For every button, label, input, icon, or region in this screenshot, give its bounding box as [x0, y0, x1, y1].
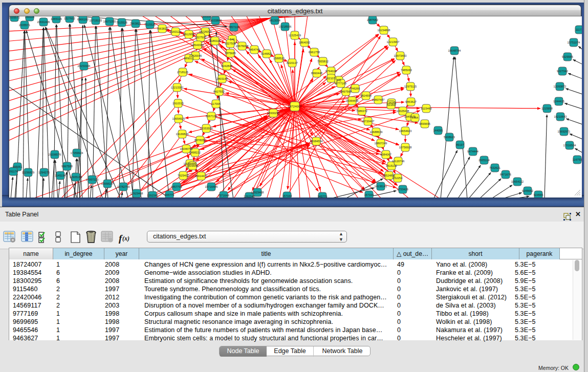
svg-text:945779: 945779	[165, 193, 175, 196]
svg-text:1588520: 1588520	[273, 57, 285, 60]
svg-text:19166829: 19166829	[176, 133, 189, 136]
svg-text:18724007: 18724007	[288, 104, 302, 108]
svg-text:17359924: 17359924	[71, 151, 83, 155]
svg-text:2718126: 2718126	[177, 71, 188, 74]
svg-text:9115460: 9115460	[421, 107, 431, 110]
svg-text:9084067: 9084067	[380, 153, 391, 156]
svg-text:10719155: 10719155	[90, 19, 102, 22]
svg-text:20206576: 20206576	[49, 153, 61, 156]
svg-text:9329965: 9329965	[562, 55, 573, 58]
svg-text:6794028: 6794028	[325, 70, 337, 73]
svg-text:89197: 89197	[456, 143, 464, 146]
svg-text:5938923: 5938923	[444, 136, 455, 139]
svg-text:17957225: 17957225	[86, 178, 99, 181]
svg-text:7632621: 7632621	[489, 166, 500, 169]
svg-text:935061: 935061	[13, 165, 23, 168]
svg-text:9327508: 9327508	[225, 42, 236, 45]
svg-text:20676068: 20676068	[236, 45, 249, 48]
svg-text:7515526: 7515526	[116, 21, 127, 24]
svg-text:12213967: 12213967	[387, 40, 400, 43]
svg-text:9997588: 9997588	[61, 165, 73, 168]
svg-text:20153346: 20153346	[78, 64, 91, 68]
svg-text:19654923: 19654923	[399, 129, 412, 133]
svg-text:9242845: 9242845	[221, 64, 232, 68]
svg-text:12923468: 12923468	[251, 191, 264, 194]
svg-text:8427552: 8427552	[213, 90, 225, 93]
svg-text:19218506: 19218506	[279, 25, 292, 28]
svg-text:2935114: 2935114	[478, 159, 489, 162]
svg-text:7857224: 7857224	[228, 26, 239, 29]
svg-text:15692971: 15692971	[558, 130, 571, 133]
svg-text:16648784: 16648784	[448, 49, 461, 52]
svg-text:18226058: 18226058	[199, 30, 212, 33]
svg-text:20364436: 20364436	[346, 99, 359, 102]
svg-text:9327500: 9327500	[195, 36, 206, 39]
svg-text:1609948: 1609948	[187, 164, 198, 167]
svg-text:2803144: 2803144	[216, 77, 228, 80]
svg-text:12093872: 12093872	[554, 85, 567, 88]
svg-text:10025438: 10025438	[397, 110, 409, 113]
svg-text:9777169: 9777169	[335, 82, 346, 85]
svg-text:2035571: 2035571	[9, 16, 20, 19]
svg-text:9474444: 9474444	[467, 150, 478, 153]
svg-text:1733426: 1733426	[397, 188, 408, 191]
svg-text:6497568: 6497568	[340, 90, 352, 93]
svg-text:1145194: 1145194	[55, 174, 66, 177]
svg-text:1864092: 1864092	[299, 41, 310, 44]
svg-text:14136141: 14136141	[375, 185, 387, 188]
svg-text:1292346: 1292346	[244, 195, 255, 198]
svg-text:10654925: 10654925	[172, 117, 185, 120]
svg-text:20691406: 20691406	[37, 20, 50, 24]
svg-text:11325419: 11325419	[289, 34, 301, 37]
svg-text:10958107: 10958107	[101, 182, 114, 185]
svg-text:1875685: 1875685	[225, 52, 236, 55]
svg-text:391174: 391174	[9, 170, 18, 173]
svg-text:2087682: 2087682	[367, 18, 378, 21]
svg-text:7663821: 7663821	[130, 22, 141, 25]
svg-text:8912954: 8912954	[183, 33, 194, 36]
svg-text:7663822: 7663822	[157, 27, 168, 30]
svg-text:157164: 157164	[364, 193, 374, 196]
svg-text:18807249: 18807249	[375, 142, 387, 145]
svg-text:62160: 62160	[387, 103, 395, 106]
svg-text:10756928: 10756928	[399, 146, 412, 149]
svg-text:1244415: 1244415	[553, 100, 564, 103]
svg-text:9463627: 9463627	[405, 100, 417, 103]
svg-text:1571648: 1571648	[218, 194, 229, 197]
svg-text:252254: 252254	[393, 177, 403, 180]
svg-text:9146821: 9146821	[261, 52, 272, 55]
svg-text:6966160: 6966160	[77, 18, 89, 21]
svg-text:15720407: 15720407	[362, 120, 375, 123]
svg-text:8813054: 8813054	[269, 19, 280, 22]
svg-text:10654112: 10654112	[511, 180, 524, 183]
svg-text:9457791: 9457791	[171, 185, 182, 188]
svg-text:15751074: 15751074	[568, 41, 580, 44]
svg-text:1294275: 1294275	[38, 171, 50, 174]
svg-text:7485063: 7485063	[401, 69, 412, 72]
svg-text:5498222: 5498222	[189, 151, 201, 154]
svg-text:1065326: 1065326	[51, 17, 62, 20]
svg-text:1215958: 1215958	[541, 107, 553, 110]
svg-text:116753: 116753	[573, 158, 582, 161]
svg-text:8160124: 8160124	[170, 30, 181, 33]
svg-text:7625402: 7625402	[178, 174, 189, 177]
svg-text:9245652: 9245652	[522, 189, 533, 192]
svg-text:16154808: 16154808	[378, 29, 390, 32]
svg-text:8471676: 8471676	[500, 173, 511, 176]
svg-text:18300295: 18300295	[267, 112, 280, 115]
svg-text:16671355: 16671355	[103, 20, 116, 23]
svg-text:16210643: 16210643	[554, 115, 567, 118]
svg-text:12905185: 12905185	[70, 176, 82, 179]
svg-text:10543382: 10543382	[191, 43, 204, 47]
svg-text:8878352: 8878352	[194, 139, 206, 142]
svg-text:8464: 8464	[412, 116, 418, 119]
svg-text:3824554: 3824554	[360, 94, 372, 97]
svg-text:1621072: 1621072	[325, 77, 337, 80]
svg-text:1527602: 1527602	[64, 17, 75, 20]
svg-text:9699695: 9699695	[419, 122, 430, 125]
svg-text:10688639: 10688639	[370, 130, 383, 134]
svg-text:12923468: 12923468	[130, 192, 143, 195]
svg-text:12975115: 12975115	[404, 85, 417, 88]
svg-text:746266: 746266	[351, 87, 360, 90]
svg-text:989012: 989012	[184, 57, 194, 60]
